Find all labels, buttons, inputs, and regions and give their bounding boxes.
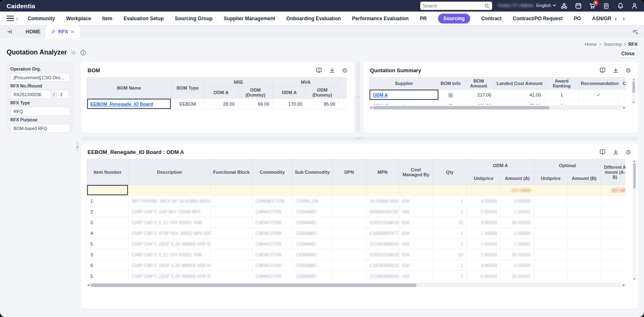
rfx-round-field[interactable]: 3 bbox=[57, 90, 69, 99]
diff-amount-cell[interactable] bbox=[601, 196, 625, 206]
commodity-cell[interactable]: CAPACITOR bbox=[252, 206, 293, 217]
qty-cell[interactable]: 1 bbox=[433, 239, 467, 249]
sub-commodity-cell[interactable]: CERAMIC bbox=[293, 228, 332, 239]
bom-name-cell[interactable]: EEBOM_Renegade_IO Board bbox=[87, 99, 171, 109]
description-cell[interactable]: SKT PHONE JACK 6P 14-01850-9003-A bbox=[128, 196, 211, 206]
bom-amount-cell[interactable]: 217.00 bbox=[463, 90, 495, 100]
nav-item-supplier-management[interactable]: Supplier Management bbox=[224, 16, 275, 21]
bom-amount-cell[interactable]: 321.00 bbox=[463, 100, 495, 105]
unitprice-b-cell[interactable] bbox=[534, 239, 568, 249]
mpn-cell[interactable]: G201X104K100 bbox=[366, 217, 399, 228]
cost-managed-by-cell[interactable]: EM bbox=[399, 206, 433, 217]
cost-managed-by-cell[interactable]: EM bbox=[399, 271, 433, 282]
amount-b-cell[interactable] bbox=[568, 185, 601, 196]
unitprice-a-cell[interactable]: 3.00000 bbox=[467, 260, 501, 271]
description-cell[interactable]: CHIP CAP C 22UF 6.3V M0603 X5R NON- bbox=[128, 239, 211, 249]
nav-item-pr[interactable]: PR bbox=[420, 16, 427, 21]
dpn-cell[interactable] bbox=[332, 185, 366, 196]
global-search[interactable] bbox=[420, 2, 492, 10]
unitprice-a-cell[interactable]: 1.00000 bbox=[467, 239, 501, 249]
nav-item-sourcing-group[interactable]: Sourcing Group bbox=[175, 16, 213, 21]
amount-b-cell[interactable] bbox=[568, 217, 601, 228]
menu-hamburger-icon[interactable] bbox=[7, 16, 14, 21]
amount-a-cell[interactable]: 15.00000 bbox=[501, 271, 534, 282]
sub-commodity-cell[interactable]: CERAMIC bbox=[293, 271, 332, 282]
supplier-cell[interactable]: ODM A bbox=[369, 90, 439, 100]
cost-managed-by-cell[interactable]: EM bbox=[399, 228, 433, 239]
qty-cell[interactable]: 1 bbox=[433, 206, 467, 217]
doc-icon[interactable]: ▤ bbox=[448, 92, 453, 98]
dpn-cell[interactable] bbox=[332, 260, 366, 271]
unitprice-b-cell[interactable] bbox=[534, 206, 568, 217]
item-cell[interactable]: 3 bbox=[87, 217, 128, 228]
amount-a-cell[interactable]: 4.00000 bbox=[501, 196, 534, 206]
item-cell[interactable]: 1 bbox=[87, 196, 128, 206]
diff-amount-cell[interactable] bbox=[601, 217, 625, 228]
functional-block-cell[interactable] bbox=[211, 185, 252, 196]
commodity-cell[interactable]: CAPACITOR bbox=[252, 228, 293, 239]
description-cell[interactable]: CHIP CAP C 0.1U 10V K0201 X5R bbox=[128, 217, 211, 228]
nav-item-evaluation-setup[interactable]: Evaluation Setup bbox=[123, 16, 163, 21]
nav-item-onboarding-evaluation[interactable]: Onboarding Evaluation bbox=[286, 16, 341, 21]
sub-commodity-cell[interactable]: CONN_DB bbox=[293, 196, 332, 206]
mpn-cell[interactable]: G201X104K100 bbox=[366, 249, 399, 260]
functional-block-cell[interactable] bbox=[211, 239, 252, 249]
amount-b-cell[interactable] bbox=[568, 228, 601, 239]
panel-splitter-vertical[interactable]: ⋮ bbox=[356, 62, 360, 133]
item-cell[interactable]: 4 bbox=[87, 228, 128, 239]
commodity-cell[interactable]: CAPACITOR bbox=[252, 271, 293, 282]
detail-hscrollbar[interactable]: ◂▸ bbox=[87, 283, 625, 287]
mpn-cell[interactable]: GRM0435C3F1 bbox=[366, 206, 399, 217]
unitprice-a-cell[interactable]: 3.00000 bbox=[467, 217, 501, 228]
description-cell[interactable]: CHIP CAP C 22UF 6.3V M0603 X5R NON- bbox=[128, 271, 211, 282]
rfx-purpose-field[interactable]: BOM-based RFQ bbox=[10, 124, 70, 132]
diff-amount-cell[interactable] bbox=[601, 239, 625, 249]
description-cell[interactable] bbox=[128, 185, 211, 196]
settings-gear-icon[interactable]: ⚙ bbox=[626, 67, 631, 73]
unitprice-b-cell[interactable] bbox=[534, 228, 568, 239]
diff-amount-cell[interactable] bbox=[601, 206, 625, 217]
nav-scroll-left-icon[interactable]: ‹ bbox=[615, 15, 617, 22]
download-icon[interactable] bbox=[613, 67, 619, 73]
unitprice-b-cell[interactable] bbox=[534, 185, 568, 196]
diff-amount-cell[interactable] bbox=[601, 271, 625, 282]
functional-block-cell[interactable] bbox=[211, 196, 252, 206]
diff-amount-total-cell[interactable]: 217.00 bbox=[601, 185, 625, 196]
functional-block-cell[interactable] bbox=[211, 228, 252, 239]
award-ranking-cell[interactable]: 2 bbox=[545, 100, 579, 105]
supplier-link[interactable]: ODM A bbox=[373, 92, 388, 97]
landed-cost-cell[interactable]: 75.00 bbox=[495, 100, 545, 105]
dpn-cell[interactable] bbox=[332, 217, 366, 228]
amount-a-total-cell[interactable]: 217.0000 bbox=[501, 185, 534, 196]
bom-type-cell[interactable]: EEBOM bbox=[171, 99, 204, 109]
download-icon[interactable] bbox=[329, 67, 335, 73]
unitprice-b-cell[interactable] bbox=[534, 260, 568, 271]
recommendation-cell[interactable]: ✓ bbox=[579, 90, 619, 100]
amount-a-cell[interactable]: 1.00000 bbox=[501, 228, 534, 239]
unitprice-b-cell[interactable] bbox=[534, 271, 568, 282]
cost-managed-by-cell[interactable]: EM bbox=[399, 239, 433, 249]
sub-commodity-cell[interactable]: CERAMIC bbox=[293, 239, 332, 249]
description-cell[interactable]: CHIP CAP C 10UF 6.3V M0603 X5R NON- bbox=[128, 260, 211, 271]
commodity-cell[interactable]: CAPACITOR bbox=[252, 217, 293, 228]
sub-commodity-cell[interactable]: CERAMIC bbox=[293, 206, 332, 217]
document-icon[interactable] bbox=[603, 2, 610, 9]
item-cell[interactable]: 3 bbox=[87, 249, 128, 260]
sub-commodity-cell[interactable]: CERAMIC bbox=[293, 260, 332, 271]
mva-odm-a-cell[interactable]: 170.00 bbox=[273, 99, 306, 109]
profile-icon[interactable] bbox=[631, 2, 638, 9]
calendar-icon[interactable] bbox=[575, 2, 582, 9]
breadcrumb-sourcing[interactable]: Sourcing bbox=[604, 42, 621, 47]
unitprice-a-cell[interactable]: 5.00000 bbox=[467, 271, 501, 282]
supplier-link[interactable]: ODM (Dummy) bbox=[373, 103, 404, 105]
cost-managed-by-cell[interactable] bbox=[399, 185, 433, 196]
truncated-cell[interactable] bbox=[619, 90, 626, 100]
commodity-cell[interactable]: CAPACITOR bbox=[252, 239, 293, 249]
download-icon[interactable] bbox=[613, 149, 619, 155]
operation-org-field[interactable]: [Procurement] CSG Des... bbox=[10, 73, 70, 82]
unitprice-a-cell[interactable]: 4.00000 bbox=[467, 196, 501, 206]
quotation-summary-vscrollbar[interactable]: ▴▾ bbox=[632, 77, 635, 104]
settings-gear-icon[interactable]: ⚙ bbox=[626, 149, 631, 155]
bom-name-link[interactable]: EEBOM_Renegade_IO Board bbox=[90, 102, 153, 106]
amount-a-cell[interactable]: 3.00000 bbox=[501, 260, 534, 271]
